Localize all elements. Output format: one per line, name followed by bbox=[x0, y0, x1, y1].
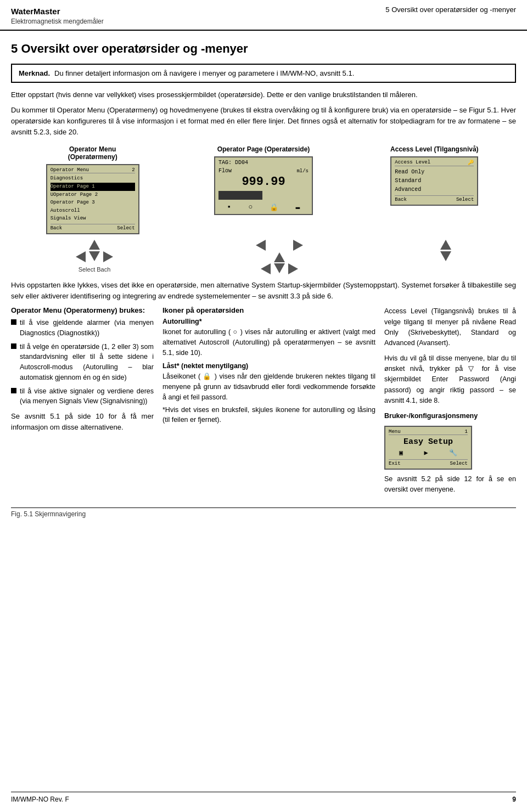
figures-nav-row: Select Bach bbox=[11, 240, 516, 275]
right-para-1: Access Level (Tilgangsnivå) brukes til å… bbox=[384, 306, 516, 349]
easy-setup-title-bar: Menu 1 bbox=[389, 429, 468, 435]
header-subtitle: Elektromagnetisk mengdemåler bbox=[11, 17, 104, 26]
easy-exit: Exit bbox=[389, 461, 401, 466]
chapter-title-text: Oversikt over operatørsider og -menyer bbox=[21, 42, 248, 55]
easy-select: Select bbox=[450, 461, 468, 466]
op-menu-desc-col: Operator Menu (Operatormeny) brukes: til… bbox=[11, 306, 154, 500]
access-back: Back bbox=[395, 197, 407, 202]
lcd-icon-lock: 🔒 bbox=[270, 203, 278, 212]
op-menu-desc-title: Operator Menu (Operatormeny) brukes: bbox=[11, 306, 154, 314]
op-menu-footer-text: Se avsnitt 5.1 på side 10 for å få mer i… bbox=[11, 411, 154, 433]
lcd-header-right: 2 bbox=[132, 167, 134, 173]
lcd-item-op3: Operator Page 3 bbox=[51, 199, 135, 207]
bullet-square-3 bbox=[11, 388, 16, 393]
access-item-advanced: Advanced bbox=[395, 185, 474, 194]
operator-page-figure: Operator Page (Operatørside) TAG: DD04 F… bbox=[182, 145, 345, 215]
access-item-readonly: Read Only bbox=[395, 168, 474, 177]
right-footer-text: Se avsnitt 5.2 på side 12 for å se en ov… bbox=[384, 474, 516, 495]
lcd-title-bar: Operator Menu 2 bbox=[51, 167, 135, 173]
lcd-icon-square: ▪ bbox=[227, 203, 232, 212]
nav-op-menu: Select Bach bbox=[76, 240, 113, 273]
lcd-icon-rect: ▬ bbox=[296, 203, 300, 212]
laast-text1: Låseikonet ( 🔒 ) vises når den gjeldende… bbox=[162, 371, 375, 402]
footer-left: IM/WMP-NO Rev. F bbox=[11, 796, 69, 803]
lcd-footer-menu: Back Select bbox=[51, 224, 135, 231]
easy-header-right: 1 bbox=[465, 429, 468, 435]
ikoner-col: Ikoner på operatørsiden Autorulling* Iko… bbox=[162, 306, 375, 500]
easy-setup-icons: ▣ ▶ 🔧 bbox=[389, 449, 468, 457]
header-left: WaterMaster Elektromagnetisk mengdemåler bbox=[11, 5, 104, 26]
lcd-item-signals: Signals View bbox=[51, 215, 135, 223]
arrow-right-center bbox=[293, 240, 303, 251]
merknad-text: Du finner detaljert informasjon om å nav… bbox=[54, 69, 354, 77]
laast-title: Låst* (nektet menytilgang) bbox=[162, 362, 375, 370]
chapter-title: 5 Oversikt over operatørsider og -menyer bbox=[11, 42, 516, 56]
footer-right: 9 bbox=[512, 796, 516, 803]
lcd-item-op2: UOperator Page 2 bbox=[51, 191, 135, 199]
arrow-left-center bbox=[256, 240, 266, 251]
easy-setup-main: Easy Setup bbox=[389, 437, 468, 447]
laast-text2: *Hvis det vises en bruksfeil, skjules ik… bbox=[162, 405, 375, 426]
paragraph-2: Du kommer til Operator Menu (Operatørmen… bbox=[11, 105, 516, 138]
access-lcd-footer: Back Select bbox=[395, 195, 474, 202]
easy-setup-lcd: Menu 1 Easy Setup ▣ ▶ 🔧 Exit Select bbox=[384, 426, 472, 470]
arrow-down-right bbox=[440, 251, 451, 261]
fig-caption: Fig. 5.1 Skjermnavigering bbox=[11, 507, 516, 518]
paragraph-3: Hvis oppstarten ikke lykkes, vises det i… bbox=[11, 280, 516, 302]
lcd-item-op1: Operator Page 1 bbox=[51, 183, 135, 191]
lcd-header-left: Operator Menu bbox=[51, 167, 89, 173]
ikoner-title: Ikoner på operatørsiden bbox=[162, 306, 375, 314]
op-menu-title: Operator Menu (Operatørmeny) bbox=[68, 145, 117, 161]
bullet-item-1: til å vise gjeldende alarmer (via menyen… bbox=[11, 318, 154, 339]
merknad-box: Merknad. Du finner detaljert informasjon… bbox=[11, 64, 516, 83]
figures-section: Operator Menu (Operatørmeny) Operator Me… bbox=[11, 145, 516, 234]
access-key-icon: 🔑 bbox=[468, 160, 474, 166]
right-para-2: Hvis du vil gå til disse menyene, blar d… bbox=[384, 353, 516, 407]
easy-icon-wrench: 🔧 bbox=[449, 449, 457, 457]
lcd-item-autoscroll: Autoscroll bbox=[51, 207, 135, 215]
arrow-up-left bbox=[89, 240, 100, 250]
arrow-right-c2 bbox=[288, 263, 298, 274]
access-right-col: Access Level (Tilgangsnivå) brukes til å… bbox=[384, 306, 516, 500]
bullet-square-1 bbox=[11, 319, 16, 325]
easy-setup-footer: Exit Select bbox=[389, 459, 468, 466]
autorulling-text: Ikonet for autorulling ( ○ ) vises når a… bbox=[162, 327, 375, 358]
arrow-down-left bbox=[89, 251, 100, 261]
lcd-back: Back bbox=[51, 225, 63, 231]
page-footer: IM/WMP-NO Rev. F 9 bbox=[11, 792, 516, 803]
page-header: WaterMaster Elektromagnetisk mengdemåler… bbox=[0, 0, 527, 31]
autorulling-title: Autorulling* bbox=[162, 318, 375, 325]
arrow-left-1 bbox=[76, 251, 86, 262]
access-select: Select bbox=[456, 197, 474, 202]
select-bach-label: Select Bach bbox=[79, 266, 111, 273]
chapter-number: 5 bbox=[11, 42, 18, 55]
lcd-bar bbox=[218, 191, 262, 200]
operator-menu-figure: Operator Menu (Operatørmeny) Operator Me… bbox=[11, 145, 174, 234]
arrow-up-center bbox=[274, 252, 285, 262]
arrow-left-c2 bbox=[261, 263, 271, 274]
bullet-item-2: til å velge én operatørside (1, 2 eller … bbox=[11, 342, 154, 383]
lcd-flow-unit: ml/s bbox=[296, 168, 309, 174]
arrow-down-center bbox=[274, 263, 285, 273]
merknad-label: Merknad. bbox=[19, 69, 50, 77]
op-page-title: Operator Page (Operatørside) bbox=[217, 145, 310, 153]
easy-icon-rect: ▣ bbox=[399, 449, 403, 457]
access-item-standard: Standard bbox=[395, 177, 474, 185]
nav-access bbox=[440, 240, 451, 263]
access-header-left: Access Level bbox=[395, 160, 430, 166]
lcd-icons-row: ▪ ○ 🔒 ▬ bbox=[218, 203, 309, 212]
bottom-section: Operator Menu (Operatormeny) brukes: til… bbox=[11, 306, 516, 500]
lcd-select: Select bbox=[117, 225, 134, 231]
op-page-lcd: TAG: DD04 Flow ml/s 999.99 ▪ ○ 🔒 ▬ bbox=[214, 156, 313, 215]
page-content: 5 Oversikt over operatørsider og -menyer… bbox=[0, 36, 527, 529]
header-chapter-ref: 5 Oversikt over operatørsider og -menyer bbox=[385, 5, 516, 14]
easy-icon-arrow: ▶ bbox=[424, 449, 428, 457]
arrow-right-1 bbox=[103, 251, 113, 262]
lcd-flow-value: 999.99 bbox=[218, 175, 309, 189]
op-menu-lcd: Operator Menu 2 Diagnostics Operator Pag… bbox=[46, 164, 139, 234]
lcd-flow-label: Flow bbox=[218, 168, 232, 174]
paragraph-1: Etter oppstart (hvis denne var vellykket… bbox=[11, 89, 516, 100]
lcd-icon-circle: ○ bbox=[249, 203, 253, 212]
arrow-up-right bbox=[440, 240, 451, 250]
lcd-item-diagnostics: Diagnostics bbox=[51, 174, 135, 183]
